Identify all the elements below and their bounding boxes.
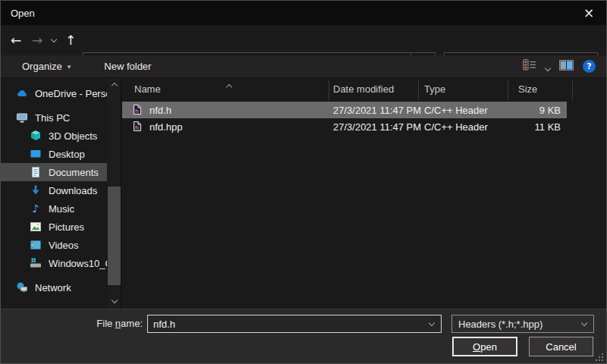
videos-icon [30, 239, 42, 251]
pictures-icon [30, 221, 42, 233]
sidebar-item-documents[interactable]: Documents [1, 163, 107, 181]
3d-objects-icon [30, 130, 42, 142]
file-name: nfd.h [149, 105, 171, 116]
preview-pane-icon[interactable] [559, 60, 574, 74]
sidebar-item-label: Desktop [49, 149, 85, 160]
chevron-down-icon: ▾ [68, 63, 71, 71]
sidebar-item-pictures[interactable]: Pictures [1, 218, 107, 236]
views-dropdown-icon[interactable] [546, 60, 550, 74]
pane-divider [121, 78, 121, 309]
column-header-date-modified[interactable]: Date modified [333, 83, 394, 95]
file-list: h nfd.h 27/3/2021 11:47 PM C/C++ Header … [122, 102, 577, 135]
file-name-input[interactable] [148, 318, 423, 330]
forward-icon[interactable]: → [27, 33, 48, 48]
close-icon[interactable]: × [571, 1, 606, 25]
file-date-modified: 27/3/2021 11:47 PM [333, 121, 421, 133]
recent-locations-icon[interactable] [48, 39, 60, 42]
open-dialog-window: Open × ← → ↑ « GitHub › nativefiledialog… [0, 0, 607, 364]
back-icon[interactable]: ← [5, 33, 27, 48]
sidebar-item-label: This PC [35, 112, 70, 124]
column-header-type[interactable]: Type [424, 83, 445, 95]
sidebar-item-downloads[interactable]: Downloads [1, 181, 107, 199]
file-size: 9 KB [485, 105, 561, 116]
column-header-name[interactable]: Name [134, 83, 161, 95]
svg-text:h: h [135, 124, 139, 131]
title-bar: Open × [1, 1, 606, 25]
file-type-dropdown-icon[interactable] [575, 323, 593, 325]
navigation-pane: OneDrive - Persor This PC 3D Objects Des… [1, 78, 107, 309]
sidebar-item-videos[interactable]: Videos [1, 236, 107, 254]
sidebar-item-label: Network [35, 282, 71, 293]
sidebar-item-label: Documents [49, 167, 99, 178]
onedrive-icon [16, 87, 28, 99]
file-name-dropdown-icon[interactable] [423, 323, 441, 325]
sidebar-item-this-pc[interactable]: This PC [1, 108, 107, 127]
sidebar-item-label: Windows10_OS ( [49, 258, 107, 269]
sidebar-item-3d-objects[interactable]: 3D Objects [1, 127, 107, 145]
file-type: C/C++ Header [424, 105, 488, 116]
scrollbar-thumb[interactable] [108, 187, 121, 285]
sidebar-item-label: Downloads [49, 185, 97, 196]
organize-button[interactable]: Organize ▾ [22, 61, 71, 72]
cancel-button[interactable]: Cancel [529, 337, 593, 356]
file-name-label: File name: [46, 318, 143, 329]
navigation-bar: ← → ↑ « GitHub › nativefiledialog › src … [1, 25, 606, 55]
sidebar-item-label: Videos [49, 240, 79, 251]
this-pc-icon [16, 111, 28, 124]
sidebar-item-music[interactable]: ♪ Music [1, 199, 107, 218]
footer-panel: File name: Headers (*.h;*.hpp) Open Canc… [1, 309, 606, 364]
sidebar-item-label: 3D Objects [49, 130, 97, 142]
file-type: C/C++ Header [424, 121, 488, 133]
downloads-icon [30, 184, 42, 196]
up-icon[interactable]: ↑ [60, 33, 81, 48]
window-title: Open [1, 8, 35, 19]
scroll-down-icon[interactable] [108, 295, 121, 307]
sidebar-item-label: OneDrive - Persor [35, 88, 107, 99]
header-file-icon: h [133, 121, 142, 134]
file-date-modified: 27/3/2021 11:47 PM [333, 105, 421, 116]
column-headers: Name Date modified Type Size [122, 78, 605, 102]
header-file-icon: h [133, 104, 142, 118]
svg-text:h: h [135, 108, 139, 115]
column-header-size[interactable]: Size [518, 83, 537, 95]
windows-drive-icon [30, 257, 42, 269]
desktop-icon [30, 148, 42, 160]
resize-grip-icon[interactable] [602, 359, 603, 361]
scroll-up-icon[interactable] [108, 80, 121, 92]
open-button[interactable]: Open [452, 337, 517, 356]
sidebar-item-desktop[interactable]: Desktop [1, 145, 107, 163]
sidebar-scrollbar[interactable] [108, 78, 121, 309]
file-type-value: Headers (*.h;*.hpp) [452, 318, 575, 330]
sidebar-item-windows-drive[interactable]: Windows10_OS ( [1, 254, 107, 272]
file-name: nfd.hpp [149, 121, 182, 133]
file-size: 11 KB [485, 121, 561, 133]
music-icon: ♪ [30, 202, 42, 215]
file-name-combobox [147, 315, 442, 333]
sidebar-item-label: Music [49, 203, 74, 215]
help-icon[interactable]: ? [583, 60, 596, 73]
details-view-icon[interactable] [523, 59, 536, 74]
network-icon [16, 281, 28, 293]
sidebar-item-network[interactable]: Network [1, 278, 107, 297]
command-toolbar: Organize ▾ New folder ? [1, 55, 606, 78]
nav-buttons: ← → ↑ [5, 25, 81, 55]
file-row-nfd-hpp[interactable]: h nfd.hpp 27/3/2021 11:47 PM C/C++ Heade… [122, 118, 567, 135]
file-type-combobox[interactable]: Headers (*.h;*.hpp) [451, 315, 594, 333]
sort-ascending-icon [227, 80, 231, 92]
sidebar-item-label: Pictures [49, 221, 84, 233]
new-folder-button[interactable]: New folder [104, 61, 151, 72]
documents-icon [30, 166, 42, 178]
sidebar-item-onedrive[interactable]: OneDrive - Persor [1, 84, 107, 102]
file-row-nfd-h[interactable]: h nfd.h 27/3/2021 11:47 PM C/C++ Header … [122, 102, 567, 118]
